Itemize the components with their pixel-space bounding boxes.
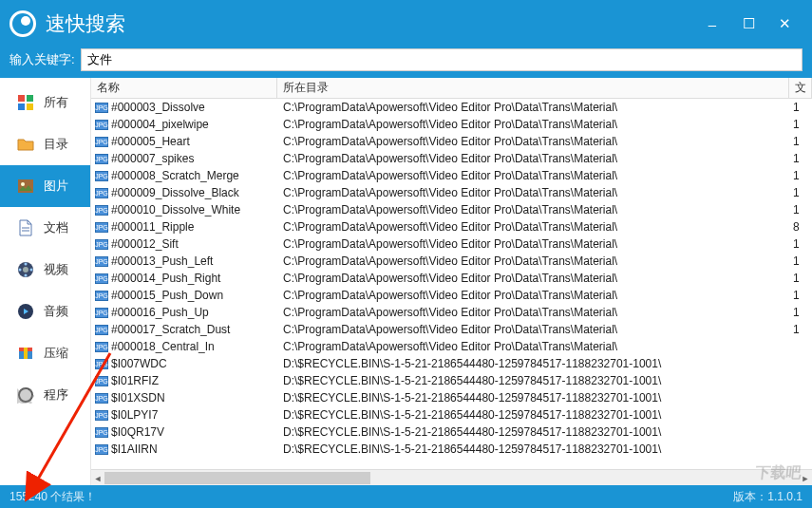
table-row[interactable]: JPG#000011_RippleC:\ProgramData\Apowerso… bbox=[91, 218, 812, 235]
cell-path: C:\ProgramData\Apowersoft\Video Editor P… bbox=[277, 340, 789, 353]
scroll-thumb[interactable] bbox=[104, 472, 370, 484]
cell-ext: 1 bbox=[789, 186, 812, 199]
file-name: $I0LPYI7 bbox=[111, 408, 158, 422]
sidebar-item-5[interactable]: 音频 bbox=[0, 291, 90, 332]
cell-path: C:\ProgramData\Apowersoft\Video Editor P… bbox=[277, 237, 789, 251]
svg-point-9 bbox=[23, 267, 28, 273]
horizontal-scrollbar[interactable]: ◄ ► bbox=[91, 469, 812, 485]
table-row[interactable]: JPG#000010_Dissolve_WhiteC:\ProgramData\… bbox=[91, 201, 812, 218]
cell-path: D:\$RECYCLE.BIN\S-1-5-21-2186544480-1259… bbox=[277, 374, 789, 387]
jpg-file-icon: JPG bbox=[95, 103, 108, 113]
table-row[interactable]: JPG$I01XSDND:\$RECYCLE.BIN\S-1-5-21-2186… bbox=[91, 389, 812, 406]
sidebar-item-label: 文档 bbox=[44, 219, 68, 236]
cell-ext: 1 bbox=[789, 272, 812, 285]
sidebar-item-6[interactable]: 压缩 bbox=[0, 332, 90, 374]
cell-path: D:\$RECYCLE.BIN\S-1-5-21-2186544480-1259… bbox=[277, 391, 789, 405]
table-row[interactable]: JPG#000012_SiftC:\ProgramData\Apowersoft… bbox=[91, 235, 812, 253]
cell-path: D:\$RECYCLE.BIN\S-1-5-21-2186544480-1259… bbox=[277, 408, 789, 422]
cell-ext: 1 bbox=[789, 237, 812, 251]
cell-ext: 8 bbox=[789, 220, 812, 234]
cell-ext: 1 bbox=[789, 169, 812, 182]
column-header-ext[interactable]: 文 bbox=[789, 78, 812, 98]
sidebar-item-7[interactable]: 程序 bbox=[0, 374, 90, 416]
table-row[interactable]: JPG#000015_Push_DownC:\ProgramData\Apowe… bbox=[91, 287, 812, 304]
cell-ext: 1 bbox=[789, 101, 812, 114]
table-row[interactable]: JPG#000007_spikesC:\ProgramData\Apowerso… bbox=[91, 150, 812, 167]
close-button[interactable]: ✕ bbox=[766, 9, 803, 38]
cell-path: C:\ProgramData\Apowersoft\Video Editor P… bbox=[277, 220, 789, 234]
jpg-file-icon: JPG bbox=[95, 171, 108, 181]
document-icon bbox=[17, 219, 34, 236]
sidebar-item-1[interactable]: 目录 bbox=[0, 123, 90, 165]
cell-path: D:\$RECYCLE.BIN\S-1-5-21-2186544480-1259… bbox=[277, 442, 789, 456]
svg-point-12 bbox=[25, 274, 28, 277]
svg-point-10 bbox=[25, 263, 28, 266]
jpg-file-icon: JPG bbox=[95, 376, 108, 386]
file-name: #000017_Scratch_Dust bbox=[111, 323, 230, 336]
all-icon bbox=[17, 94, 34, 111]
jpg-file-icon: JPG bbox=[95, 410, 108, 421]
cell-ext: 1 bbox=[789, 289, 812, 302]
search-label: 输入关键字: bbox=[9, 51, 75, 68]
version-number: 1.1.0.1 bbox=[767, 490, 803, 503]
table-header: 名称 所在目录 文 bbox=[91, 78, 812, 99]
sidebar-item-0[interactable]: 所有 bbox=[0, 82, 90, 123]
svg-rect-0 bbox=[18, 95, 25, 102]
table-row[interactable]: JPG$I01RFIZD:\$RECYCLE.BIN\S-1-5-21-2186… bbox=[91, 372, 812, 389]
sidebar-item-label: 音频 bbox=[44, 303, 68, 320]
file-name: #000013_Push_Left bbox=[111, 254, 213, 268]
archive-icon bbox=[17, 345, 34, 362]
cell-name: JPG$I0QR17V bbox=[91, 425, 277, 439]
table-row[interactable]: JPG$I1AIIRND:\$RECYCLE.BIN\S-1-5-21-2186… bbox=[91, 441, 812, 458]
cell-name: JPG#000012_Sift bbox=[91, 237, 277, 251]
version-info: 版本：1.1.0.1 bbox=[733, 489, 803, 505]
jpg-file-icon: JPG bbox=[95, 444, 108, 455]
cell-ext: 1 bbox=[789, 118, 812, 131]
cell-name: JPG#000005_Heart bbox=[91, 135, 277, 148]
scroll-right-arrow-icon[interactable]: ► bbox=[799, 470, 812, 486]
column-header-path[interactable]: 所在目录 bbox=[277, 78, 789, 98]
table-row[interactable]: JPG#000009_Dissolve_BlackC:\ProgramData\… bbox=[91, 184, 812, 201]
search-input[interactable] bbox=[81, 48, 803, 71]
table-row[interactable]: JPG$I0LPYI7D:\$RECYCLE.BIN\S-1-5-21-2186… bbox=[91, 406, 812, 423]
sidebar-item-label: 程序 bbox=[44, 386, 68, 404]
cell-name: JPG#000017_Scratch_Dust bbox=[91, 323, 277, 336]
cell-name: JPG#000013_Push_Left bbox=[91, 254, 277, 268]
file-name: #000003_Dissolve bbox=[111, 101, 205, 114]
table-row[interactable]: JPG#000018_Central_InC:\ProgramData\Apow… bbox=[91, 338, 812, 355]
table-row[interactable]: JPG$I0QR17VD:\$RECYCLE.BIN\S-1-5-21-2186… bbox=[91, 423, 812, 441]
table-row[interactable]: JPG#000003_DissolveC:\ProgramData\Apower… bbox=[91, 99, 812, 116]
table-body[interactable]: JPG#000003_DissolveC:\ProgramData\Apower… bbox=[91, 99, 812, 469]
table-row[interactable]: JPG#000017_Scratch_DustC:\ProgramData\Ap… bbox=[91, 321, 812, 338]
table-row[interactable]: JPG#000016_Push_UpC:\ProgramData\Apowers… bbox=[91, 304, 812, 321]
table-row[interactable]: JPG#000013_Push_LeftC:\ProgramData\Apowe… bbox=[91, 253, 812, 270]
svg-rect-17 bbox=[24, 348, 28, 359]
cell-ext: 1 bbox=[789, 323, 812, 336]
folder-icon bbox=[17, 136, 34, 153]
sidebar-item-2[interactable]: 图片 bbox=[0, 165, 90, 207]
table-row[interactable]: JPG#000008_Scratch_MergeC:\ProgramData\A… bbox=[91, 167, 812, 184]
table-row[interactable]: JPG#000005_HeartC:\ProgramData\Apowersof… bbox=[91, 133, 812, 150]
cell-path: C:\ProgramData\Apowersoft\Video Editor P… bbox=[277, 272, 789, 285]
sidebar-item-4[interactable]: 视频 bbox=[0, 249, 90, 291]
file-name: #000007_spikes bbox=[111, 152, 194, 165]
cell-path: C:\ProgramData\Apowersoft\Video Editor P… bbox=[277, 306, 789, 319]
column-header-name[interactable]: 名称 bbox=[91, 78, 277, 98]
file-name: #000016_Push_Up bbox=[111, 306, 209, 319]
maximize-button[interactable]: ☐ bbox=[730, 9, 766, 38]
jpg-file-icon: JPG bbox=[95, 359, 108, 369]
jpg-file-icon: JPG bbox=[95, 154, 108, 164]
cell-name: JPG$I0LPYI7 bbox=[91, 408, 277, 422]
sidebar-item-3[interactable]: 文档 bbox=[0, 207, 90, 249]
scroll-left-arrow-icon[interactable]: ◄ bbox=[91, 470, 104, 486]
sidebar-item-label: 目录 bbox=[44, 136, 68, 153]
titlebar: 速快搜索 – ☐ ✕ bbox=[0, 0, 812, 47]
table-row[interactable]: JPG$I007WDCD:\$RECYCLE.BIN\S-1-5-21-2186… bbox=[91, 355, 812, 372]
cell-path: C:\ProgramData\Apowersoft\Video Editor P… bbox=[277, 101, 789, 114]
file-name: #000014_Push_Right bbox=[111, 272, 220, 285]
table-row[interactable]: JPG#000014_Push_RightC:\ProgramData\Apow… bbox=[91, 270, 812, 287]
table-row[interactable]: JPG#000004_pixelwipeC:\ProgramData\Apowe… bbox=[91, 116, 812, 133]
cell-ext: 1 bbox=[789, 135, 812, 148]
jpg-file-icon: JPG bbox=[95, 120, 108, 130]
minimize-button[interactable]: – bbox=[694, 9, 730, 38]
